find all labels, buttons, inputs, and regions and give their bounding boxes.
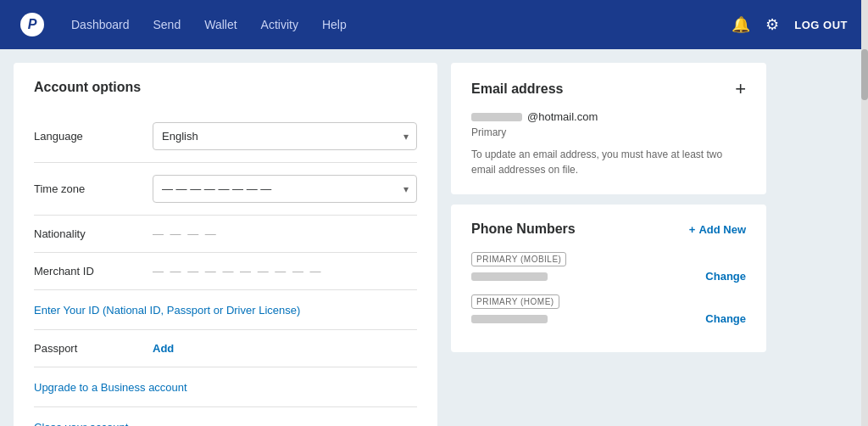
phone-number-blur-home [471,315,548,323]
email-update-note: To update an email address, you must hav… [471,147,746,177]
scrollbar-track [861,0,868,426]
timezone-select[interactable]: — — — — — — — — [153,175,417,203]
phone-card-title: Phone Numbers [471,221,576,237]
enter-id-row: Enter Your ID (National ID, Passport or … [34,290,417,330]
email-domain: @hotmail.com [527,110,598,123]
close-account-link[interactable]: Close your account [34,421,128,426]
email-primary-label: Primary [471,126,746,138]
phone-entry-mobile: PRIMARY (MOBILE) Change [471,250,746,283]
nav-help[interactable]: Help [322,14,347,35]
paypal-logo-icon: P [20,13,44,36]
enter-id-link[interactable]: Enter Your ID (National ID, Passport or … [34,304,300,317]
nav-wallet[interactable]: Wallet [204,14,236,35]
change-phone-home-button[interactable]: Change [705,312,746,325]
email-value-row: @hotmail.com [471,110,746,123]
add-email-button[interactable]: + [735,80,746,98]
email-card-header: Email address + [471,80,746,98]
email-card-title: Email address [471,81,564,97]
account-options-panel: Account options Language English ▾ Time … [14,63,437,426]
passport-add-link[interactable]: Add [153,342,174,355]
change-phone-mobile-button[interactable]: Change [705,270,746,283]
phone-row-home: Change [471,312,746,325]
phone-number-blur-mobile [471,272,548,281]
add-phone-button[interactable]: + Add New [689,223,746,236]
navbar: P Dashboard Send Wallet Activity Help 🔔 … [0,0,868,49]
language-select-wrapper: English ▾ [153,122,417,150]
plus-icon: + [689,223,696,236]
nationality-row: Nationality — — — — [34,216,417,253]
paypal-logo[interactable]: P [20,13,44,36]
timezone-select-wrapper: — — — — — — — — ▾ [153,175,417,203]
passport-label: Passport [34,342,153,355]
right-panel: Email address + @hotmail.com Primary To … [451,63,766,426]
nav-right: 🔔 ⚙ LOG OUT [732,15,848,34]
upgrade-business-link[interactable]: Upgrade to a Business account [34,381,187,394]
phone-entry-home: PRIMARY (HOME) Change [471,293,746,325]
nav-activity[interactable]: Activity [261,14,298,35]
nav-dashboard[interactable]: Dashboard [71,14,130,35]
phone-row-mobile: Change [471,270,746,283]
nav-links: Dashboard Send Wallet Activity Help [71,14,732,35]
phone-badge-home: PRIMARY (HOME) [471,294,559,309]
phone-badge-mobile: PRIMARY (MOBILE) [471,252,566,266]
language-label: Language [34,130,153,143]
logout-button[interactable]: LOG OUT [794,19,848,31]
timezone-label: Time zone [34,182,153,195]
language-select[interactable]: English [153,122,417,150]
email-card: Email address + @hotmail.com Primary To … [451,63,766,194]
email-blur [471,113,522,121]
phone-card: Phone Numbers + Add New PRIMARY (MOBILE)… [451,205,766,352]
merchant-id-label: Merchant ID [34,265,153,277]
timezone-row: Time zone — — — — — — — — ▾ [34,163,417,216]
nationality-value: — — — — [153,227,417,240]
nationality-label: Nationality [34,227,153,240]
merchant-id-value: — — — — — — — — — — [153,265,417,277]
scrollbar-thumb[interactable] [861,49,868,100]
language-row: Language English ▾ [34,110,417,163]
phone-card-header: Phone Numbers + Add New [471,221,746,237]
passport-row: Passport Add [34,330,417,367]
close-account-row: Close your account [34,407,417,426]
bell-icon[interactable]: 🔔 [732,15,750,34]
upgrade-row: Upgrade to a Business account [34,367,417,407]
page-content: Account options Language English ▾ Time … [0,49,780,426]
add-new-label: Add New [698,223,746,236]
merchant-id-row: Merchant ID — — — — — — — — — — [34,253,417,290]
nav-send[interactable]: Send [153,14,181,35]
settings-icon[interactable]: ⚙ [765,15,779,34]
panel-title: Account options [34,80,417,95]
